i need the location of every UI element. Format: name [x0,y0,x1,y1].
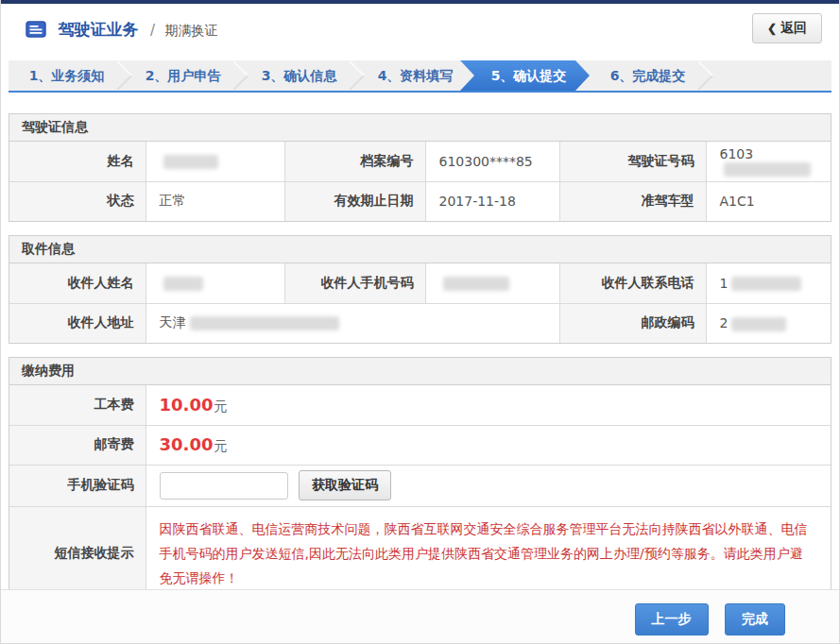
step-4-fill-data[interactable]: 4、资料填写 [357,60,473,91]
section-fees: 缴纳费用 工本费 10.00元 邮寄费 30.00元 手机验证码 获取验证码 [9,357,831,601]
address-prefix: 天津 [160,314,186,330]
step-1-notice[interactable]: 1、业务须知 [9,60,125,91]
section-title: 取件信息 [9,236,831,263]
table-row: 手机验证码 获取验证码 [9,465,831,506]
get-captcha-button[interactable]: 获取验证码 [299,470,391,500]
breadcrumb-separator: / [150,22,155,39]
status-value: 正常 [146,181,284,221]
step-label: 5、确认提交 [491,68,567,83]
expiry-value: 2017-11-18 [425,181,559,221]
cost-fee-label: 工本费 [9,385,146,425]
back-button[interactable]: ❮返回 [752,13,822,43]
page-subtitle: 期满换证 [164,23,217,38]
step-3-confirm-info[interactable]: 3、确认信息 [241,60,357,91]
vehicle-type-label: 准驾车型 [559,181,706,221]
license-no-value-redacted: 6103 [706,142,831,181]
redacted-blur [731,277,801,291]
postage-fee-value: 30.00元 [146,425,831,465]
currency-unit: 元 [214,438,227,453]
license-form-icon [26,21,46,41]
recipient-mobile-label: 收件人手机号码 [284,263,425,303]
step-label: 6、完成提交 [610,68,686,83]
sms-notice-text: 因陕西省联通、电信运营商技术问题，陕西省互联网交通安全综合服务管理平台无法向持陕… [146,506,831,600]
postage-fee-label: 邮寄费 [9,425,146,465]
license-no-prefix: 6103 [720,146,754,161]
postage-fee-amount: 30.00 [160,434,214,454]
name-label: 姓名 [9,142,146,181]
cost-fee-amount: 10.00 [160,395,214,415]
footer-bar: 上一步 完成 [1,589,839,643]
page: 驾驶证业务 / 期满换证 ❮返回 1、业务须知 2、用户申告 3、确认信息 4、… [0,0,840,644]
finish-button[interactable]: 完成 [725,603,785,636]
file-no-label: 档案编号 [284,142,425,181]
table-row: 工本费 10.00元 [9,385,831,425]
tel-prefix: 1 [720,276,729,291]
fees-table: 工本费 10.00元 邮寄费 30.00元 手机验证码 获取验证码 短信接收提示 [9,385,831,600]
step-label: 2、用户申告 [146,68,221,83]
main-content: 驾驶证信息 姓名 档案编号 610300****85 驾驶证号码 6103 状态… [1,93,839,601]
table-row: 收件人姓名 收件人手机号码 收件人联系电话 1 [9,263,831,303]
step-label: 1、业务须知 [29,68,105,83]
back-label: 返回 [780,20,807,35]
redacted-blur [731,317,786,331]
name-value-redacted [146,142,284,181]
postcode-label: 邮政编码 [559,303,706,343]
expiry-label: 有效期止日期 [284,181,425,221]
status-label: 状态 [9,181,146,221]
table-row: 收件人地址 天津 邮政编码 2 [9,303,831,343]
recipient-name-redacted [146,263,284,303]
step-2-declare[interactable]: 2、用户申告 [125,60,241,91]
chevron-right-icon [684,60,713,90]
header: 驾驶证业务 / 期满换证 ❮返回 [1,4,839,60]
recipient-tel-label: 收件人联系电话 [559,263,706,303]
license-no-label: 驾驶证号码 [559,142,706,181]
table-row: 状态 正常 有效期止日期 2017-11-18 准驾车型 A1C1 [9,181,831,221]
redacted-blur [190,316,339,330]
pickup-info-table: 收件人姓名 收件人手机号码 收件人联系电话 1 收件人地址 天津 邮政编码 2 [9,263,831,343]
recipient-tel-redacted: 1 [706,263,831,303]
section-title: 缴纳费用 [9,358,831,385]
back-chevron-icon: ❮ [767,22,777,35]
vehicle-type-value: A1C1 [706,181,831,221]
table-row: 邮寄费 30.00元 [9,425,831,465]
step-5-confirm-submit-active[interactable]: 5、确认提交 [460,60,590,91]
redacted-blur [163,277,203,291]
step-wizard: 1、业务须知 2、用户申告 3、确认信息 4、资料填写 5、确认提交 6、完成提… [9,60,831,93]
license-info-table: 姓名 档案编号 610300****85 驾驶证号码 6103 状态 正常 有效… [9,142,831,221]
address-label: 收件人地址 [9,303,146,343]
sms-notice-label: 短信接收提示 [9,506,146,600]
address-redacted: 天津 [146,303,559,343]
redacted-blur [724,162,811,177]
step-label: 4、资料填写 [378,68,454,83]
redacted-blur [443,277,509,291]
postcode-prefix: 2 [720,315,729,330]
section-title: 驾驶证信息 [9,114,831,142]
step-label: 3、确认信息 [262,68,337,83]
recipient-name-label: 收件人姓名 [9,263,146,303]
table-row: 姓名 档案编号 610300****85 驾驶证号码 6103 [9,142,831,181]
file-no-value: 610300****85 [425,142,559,181]
cost-fee-value: 10.00元 [146,385,831,425]
redacted-blur [163,155,218,169]
previous-step-button[interactable]: 上一步 [635,603,709,636]
section-pickup-info: 取件信息 收件人姓名 收件人手机号码 收件人联系电话 1 收件人地址 天津 邮政… [9,235,831,344]
table-row: 短信接收提示 因陕西省联通、电信运营商技术问题，陕西省互联网交通安全综合服务管理… [9,506,831,600]
postcode-redacted: 2 [706,303,831,343]
captcha-cell: 获取验证码 [146,465,831,506]
recipient-mobile-redacted [425,263,559,303]
step-6-complete[interactable]: 6、完成提交 [590,60,706,91]
section-license-info: 驾驶证信息 姓名 档案编号 610300****85 驾驶证号码 6103 状态… [9,113,831,222]
currency-unit: 元 [214,398,227,414]
page-title: 驾驶证业务 [58,20,138,39]
captcha-input[interactable] [160,472,288,500]
captcha-label: 手机验证码 [9,465,146,506]
